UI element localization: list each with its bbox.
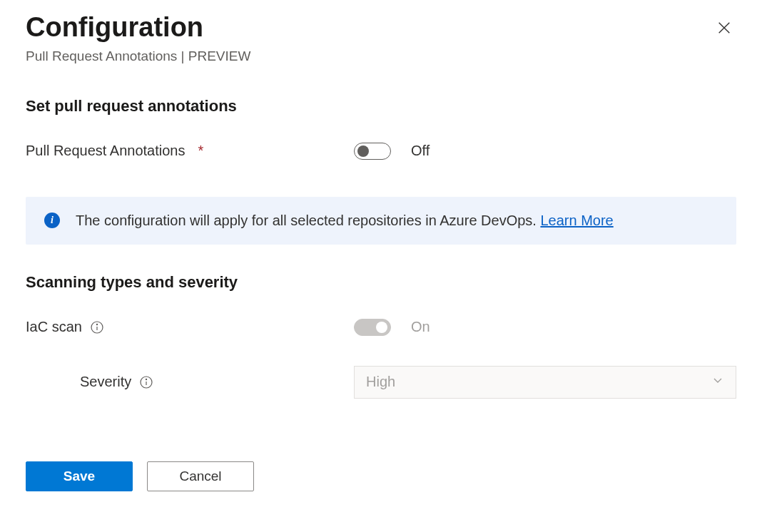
info-banner-text: The configuration will apply for all sel… <box>76 213 540 228</box>
footer-actions: Save Cancel <box>26 461 736 491</box>
severity-label: Severity <box>26 374 354 390</box>
toggle-knob <box>357 145 369 157</box>
pr-annotations-state: Off <box>411 143 736 159</box>
severity-dropdown[interactable]: High <box>354 366 736 399</box>
field-pr-annotations: Pull Request Annotations* Off <box>26 137 736 165</box>
section-heading-scanning: Scanning types and severity <box>26 273 736 292</box>
save-button[interactable]: Save <box>26 461 133 491</box>
toggle-knob <box>376 322 387 333</box>
required-asterisk: * <box>198 143 204 159</box>
close-icon <box>716 27 732 38</box>
page-subtitle: Pull Request Annotations | PREVIEW <box>26 48 250 64</box>
info-banner: i The configuration will apply for all s… <box>26 197 736 245</box>
iac-scan-toggle[interactable] <box>354 319 391 336</box>
pr-annotations-label: Pull Request Annotations* <box>26 143 354 159</box>
pr-annotations-toggle[interactable] <box>354 143 391 160</box>
field-severity: Severity High <box>26 366 736 399</box>
info-icon[interactable] <box>91 321 103 334</box>
field-iac-scan: IaC scan On <box>26 313 736 342</box>
page-title: Configuration <box>26 11 250 44</box>
svg-point-7 <box>146 379 147 379</box>
severity-value: High <box>366 374 395 390</box>
info-icon: i <box>44 213 60 228</box>
iac-scan-label: IaC scan <box>26 319 354 335</box>
close-button[interactable] <box>712 16 736 42</box>
chevron-down-icon <box>711 374 724 390</box>
cancel-button[interactable]: Cancel <box>147 461 254 491</box>
iac-scan-state: On <box>411 319 736 335</box>
info-icon[interactable] <box>140 376 153 389</box>
section-heading-annotations: Set pull request annotations <box>26 97 736 116</box>
svg-point-4 <box>96 324 97 324</box>
learn-more-link[interactable]: Learn More <box>540 213 613 228</box>
